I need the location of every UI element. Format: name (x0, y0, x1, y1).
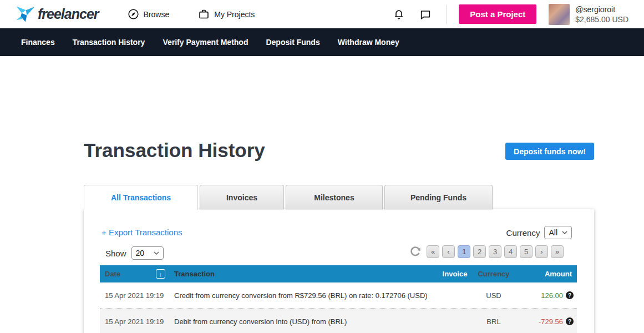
subnav-item-verify-payment-method[interactable]: Verify Payment Method (163, 38, 248, 47)
show-selected-value: 20 (136, 249, 145, 258)
chevron-down-icon (562, 231, 567, 234)
cell-transaction: Credit from currency conversion from R$7… (172, 291, 438, 300)
pagination-button[interactable]: 4 (504, 245, 517, 258)
currency-selected-value: All (549, 228, 557, 237)
freelancer-logo[interactable]: freelancer (16, 6, 99, 23)
browse-label: Browse (144, 10, 170, 19)
column-header-amount: Amount (516, 270, 577, 278)
deposit-funds-now-button[interactable]: Deposit funds now! (505, 143, 594, 160)
header-divider (446, 5, 447, 24)
freelancer-bird-icon (16, 6, 34, 23)
tab-all-transactions[interactable]: All Transactions (84, 185, 198, 210)
currency-filter: Currency All (506, 226, 572, 239)
user-account[interactable]: @sergioroit $2,685.00 USD (549, 4, 628, 25)
table-body: 15 Apr 2021 19:19 Credit from currency c… (100, 282, 577, 333)
cell-date: 15 Apr 2021 19:19 (100, 291, 172, 300)
currency-select[interactable]: All (544, 226, 572, 239)
cell-amount: 126.00 ? (516, 291, 577, 300)
sort-down-icon[interactable]: ↓ (156, 269, 165, 279)
cell-invoice: PDF (438, 316, 471, 326)
pagination-zone: « ‹ 1 2 3 4 5 › » (408, 245, 564, 258)
pagination: « ‹ 1 2 3 4 5 › » (427, 245, 564, 258)
pagination-button[interactable]: ‹ (442, 245, 455, 258)
column-header-transaction: Transaction (172, 270, 438, 278)
show-select[interactable]: 20 (131, 246, 164, 260)
transactions-table: Date ↓ Transaction Invoice Currency Amou… (100, 265, 577, 333)
table-row: 15 Apr 2021 19:19 Debit from currency co… (100, 309, 577, 333)
cell-transaction: Debit from currency conversion into (USD… (172, 317, 438, 326)
table-row: 15 Apr 2021 19:19 Credit from currency c… (100, 282, 577, 309)
post-a-project-button[interactable]: Post a Project (459, 4, 536, 24)
column-header-date[interactable]: Date ↓ (100, 269, 172, 279)
messages-chat-icon[interactable] (419, 8, 432, 21)
subnav-item-deposit-funds[interactable]: Deposit Funds (266, 38, 320, 47)
transactions-panel: + Export Transactions Currency All Show … (84, 209, 594, 333)
amount-value: 126.00 (541, 291, 563, 300)
briefcase-icon (198, 8, 210, 20)
pagination-button[interactable]: » (551, 245, 564, 258)
compass-icon (128, 8, 139, 20)
pagination-button[interactable]: 1 (458, 245, 470, 258)
pagination-button[interactable]: 3 (489, 245, 501, 258)
show-label: Show (105, 249, 126, 258)
user-avatar[interactable] (549, 4, 570, 25)
table-header-row: Date ↓ Transaction Invoice Currency Amou… (100, 265, 577, 282)
cell-currency: USD (471, 291, 516, 300)
cell-currency: BRL (471, 317, 516, 326)
currency-label: Currency (506, 228, 540, 238)
top-header: freelancer Browse My Projects (0, 0, 644, 28)
header-right: Post a Project @sergioroit $2,685.00 USD (393, 4, 628, 25)
refresh-icon[interactable] (408, 245, 422, 258)
subnav-item-finances[interactable]: Finances (21, 38, 55, 47)
pagination-button[interactable]: « (427, 245, 439, 258)
export-transactions-link[interactable]: + Export Transactions (102, 228, 182, 237)
chevron-down-icon (154, 251, 159, 255)
cell-date: 15 Apr 2021 19:19 (100, 317, 172, 326)
account-balance: $2,685.00 USD (575, 14, 628, 24)
column-header-invoice: Invoice (438, 270, 471, 278)
page-main: Transaction History Deposit funds now! A… (0, 56, 644, 333)
my-projects-nav[interactable]: My Projects (198, 8, 255, 20)
cell-amount: -729.56 ? (516, 317, 577, 326)
help-question-icon[interactable]: ? (566, 317, 574, 325)
logo-wordmark: freelancer (38, 6, 99, 22)
finance-subnav: Finances Transaction History Verify Paym… (0, 28, 644, 56)
subnav-item-transaction-history[interactable]: Transaction History (73, 38, 145, 47)
pagination-button[interactable]: 5 (520, 245, 533, 258)
amount-value: -729.56 (539, 317, 563, 326)
browse-nav[interactable]: Browse (128, 8, 170, 20)
tab-pending-funds[interactable]: Pending Funds (384, 185, 493, 209)
username: @sergioroit (575, 4, 628, 14)
tab-invoices[interactable]: Invoices (200, 185, 284, 209)
show-per-page: Show 20 (105, 246, 164, 260)
tab-milestones[interactable]: Milestones (286, 185, 383, 209)
cell-invoice: PDF (438, 290, 471, 300)
page-title: Transaction History (84, 139, 265, 162)
my-projects-label: My Projects (214, 10, 255, 19)
help-question-icon[interactable]: ? (566, 291, 574, 299)
notifications-bell-icon[interactable] (393, 8, 405, 21)
transaction-tabs: All Transactions Invoices Milestones Pen… (84, 185, 493, 210)
pagination-button[interactable]: 2 (473, 245, 486, 258)
subnav-item-withdraw-money[interactable]: Withdraw Money (338, 38, 399, 47)
user-meta: @sergioroit $2,685.00 USD (575, 4, 628, 24)
pagination-button[interactable]: › (535, 245, 548, 258)
column-header-currency: Currency (471, 270, 516, 278)
